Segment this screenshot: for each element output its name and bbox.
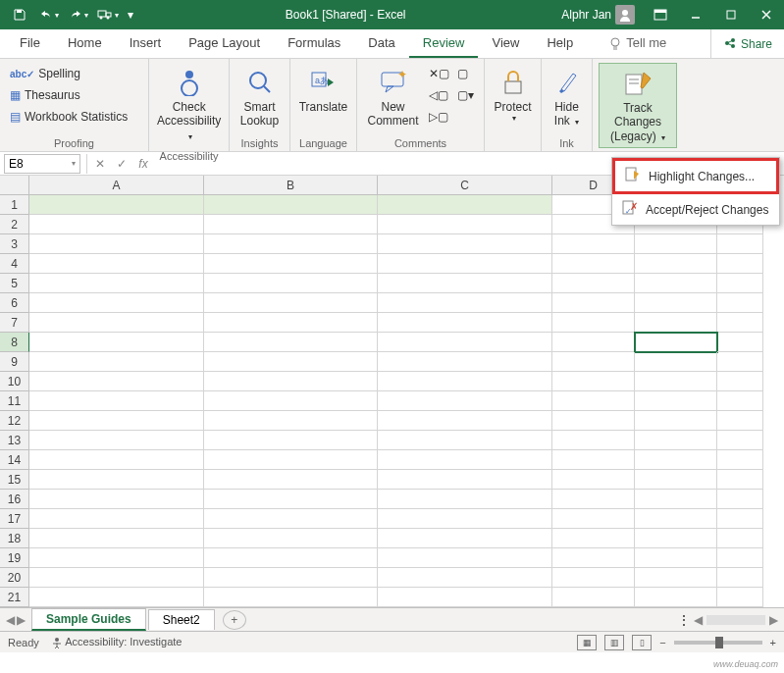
cell-D12[interactable] xyxy=(552,411,635,431)
normal-view-icon[interactable]: ▦ xyxy=(577,635,597,650)
cell-B3[interactable] xyxy=(204,234,378,254)
row-header-16[interactable]: 16 xyxy=(0,490,29,509)
delete-comment-button[interactable]: ✕▢ xyxy=(425,63,453,84)
cell-A1[interactable] xyxy=(29,195,204,215)
maximize-icon[interactable] xyxy=(713,0,749,29)
cell-D19[interactable] xyxy=(552,548,635,568)
cell-B19[interactable] xyxy=(204,548,378,568)
row-header-1[interactable]: 1 xyxy=(0,195,29,215)
zoom-in-icon[interactable]: + xyxy=(770,637,776,648)
show-comments-button[interactable]: ▢ xyxy=(453,63,478,84)
cell-A9[interactable] xyxy=(29,352,204,372)
cell-E9[interactable] xyxy=(635,352,717,372)
tab-help[interactable]: Help xyxy=(533,29,587,58)
workbook-stats-button[interactable]: ▤Workbook Statistics xyxy=(6,106,131,128)
share-button[interactable]: Share xyxy=(710,29,784,58)
cell-E5[interactable] xyxy=(635,274,717,293)
cell-C11[interactable] xyxy=(378,391,552,411)
cell-A21[interactable] xyxy=(29,588,204,607)
cell-A15[interactable] xyxy=(29,470,204,490)
new-sheet-button[interactable]: + xyxy=(223,610,246,630)
cell-A20[interactable] xyxy=(29,568,204,588)
sheet-tab-sample-guides[interactable]: Sample Guides xyxy=(31,608,146,631)
tab-review[interactable]: Review xyxy=(409,29,479,58)
truck-icon[interactable]: ▾ xyxy=(94,3,122,26)
cell-F20[interactable] xyxy=(717,568,763,588)
row-header-11[interactable]: 11 xyxy=(0,391,29,411)
row-header-14[interactable]: 14 xyxy=(0,450,29,470)
ribbon-display-options-icon[interactable] xyxy=(643,0,678,29)
accessibility-status[interactable]: Accessibility: Investigate xyxy=(51,636,183,648)
cell-C16[interactable] xyxy=(378,490,552,509)
row-header-18[interactable]: 18 xyxy=(0,529,29,548)
cell-A8[interactable] xyxy=(29,333,204,352)
cell-D11[interactable] xyxy=(552,391,635,411)
cell-E10[interactable] xyxy=(635,372,717,391)
close-icon[interactable] xyxy=(749,0,784,29)
cell-B20[interactable] xyxy=(204,568,378,588)
row-header-12[interactable]: 12 xyxy=(0,411,29,431)
row-header-15[interactable]: 15 xyxy=(0,470,29,490)
cell-C5[interactable] xyxy=(378,274,552,293)
smart-lookup-button[interactable]: SmartLookup xyxy=(235,63,284,132)
cell-E20[interactable] xyxy=(635,568,717,588)
cell-A19[interactable] xyxy=(29,548,204,568)
cell-B2[interactable] xyxy=(204,215,378,234)
cell-F15[interactable] xyxy=(717,470,763,490)
cell-C7[interactable] xyxy=(378,313,552,333)
cell-F6[interactable] xyxy=(717,293,763,313)
cell-C4[interactable] xyxy=(378,254,552,274)
cell-D13[interactable] xyxy=(552,431,635,450)
sheet-prev-icon[interactable]: ◀ xyxy=(6,613,15,627)
cell-B8[interactable] xyxy=(204,333,378,352)
col-header-B[interactable]: B xyxy=(204,176,378,195)
row-header-2[interactable]: 2 xyxy=(0,215,29,234)
protect-button[interactable]: Protect▾ xyxy=(491,63,535,128)
cell-C6[interactable] xyxy=(378,293,552,313)
cell-D3[interactable] xyxy=(552,234,635,254)
new-comment-button[interactable]: ✦NewComment xyxy=(363,63,423,132)
cell-E15[interactable] xyxy=(635,470,717,490)
next-comment-button[interactable]: ▷▢ xyxy=(425,106,453,128)
cell-E3[interactable] xyxy=(635,234,717,254)
cell-F4[interactable] xyxy=(717,254,763,274)
tab-scroll-left-icon[interactable]: ◀ xyxy=(694,613,703,627)
cell-D8[interactable] xyxy=(552,333,635,352)
minimize-icon[interactable] xyxy=(678,0,713,29)
cell-C8[interactable] xyxy=(378,333,552,352)
horizontal-scrollbar[interactable] xyxy=(706,615,765,625)
cell-C18[interactable] xyxy=(378,529,552,548)
cell-E14[interactable] xyxy=(635,450,717,470)
cell-C14[interactable] xyxy=(378,450,552,470)
cell-B16[interactable] xyxy=(204,490,378,509)
row-header-6[interactable]: 6 xyxy=(0,293,29,313)
cell-D4[interactable] xyxy=(552,254,635,274)
cell-B12[interactable] xyxy=(204,411,378,431)
tab-home[interactable]: Home xyxy=(54,29,116,58)
cell-A16[interactable] xyxy=(29,490,204,509)
cell-F13[interactable] xyxy=(717,431,763,450)
cell-B11[interactable] xyxy=(204,391,378,411)
cell-B9[interactable] xyxy=(204,352,378,372)
tab-page-layout[interactable]: Page Layout xyxy=(175,29,274,58)
cell-F17[interactable] xyxy=(717,509,763,529)
row-header-8[interactable]: 8 xyxy=(0,333,29,352)
tell-me-search[interactable]: Tell me xyxy=(595,29,680,58)
translate-button[interactable]: aあTranslate xyxy=(296,63,350,118)
cell-A5[interactable] xyxy=(29,274,204,293)
cell-E17[interactable] xyxy=(635,509,717,529)
cell-B17[interactable] xyxy=(204,509,378,529)
cell-B6[interactable] xyxy=(204,293,378,313)
cell-E11[interactable] xyxy=(635,391,717,411)
cell-D16[interactable] xyxy=(552,490,635,509)
cell-C10[interactable] xyxy=(378,372,552,391)
cell-D6[interactable] xyxy=(552,293,635,313)
cell-A10[interactable] xyxy=(29,372,204,391)
cell-B5[interactable] xyxy=(204,274,378,293)
cell-A18[interactable] xyxy=(29,529,204,548)
cell-F16[interactable] xyxy=(717,490,763,509)
cell-E12[interactable] xyxy=(635,411,717,431)
undo-icon[interactable]: ▾ xyxy=(35,3,63,26)
zoom-out-icon[interactable]: − xyxy=(659,637,665,648)
row-header-20[interactable]: 20 xyxy=(0,568,29,588)
